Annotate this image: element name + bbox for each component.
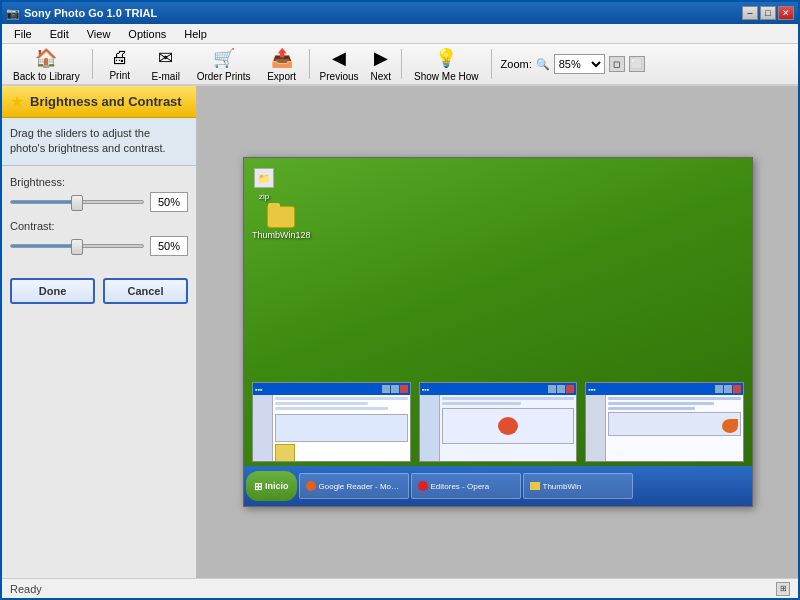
adjustment-panel: ★ Brightness and Contrast Drag the slide… [2, 86, 198, 578]
zoom-full-button[interactable]: ⬜ [629, 56, 645, 72]
previous-icon: ◀ [332, 47, 346, 69]
print-button[interactable]: 🖨 Print [98, 43, 142, 85]
email-button[interactable]: ✉ E-mail [144, 43, 188, 86]
print-icon: 🖨 [111, 47, 129, 68]
screenshot-desktop: 📁 zip ThumbWin128 ▪▪▪ [244, 158, 752, 506]
cancel-button[interactable]: Cancel [103, 278, 188, 304]
contrast-label: Contrast: [10, 220, 188, 232]
taskbar-folder-icon [530, 482, 540, 490]
panel-controls: Brightness: 50% Contrast: 50% [2, 166, 196, 266]
close-button[interactable]: ✕ [778, 6, 794, 20]
show-me-how-button[interactable]: 💡 Show Me How [407, 43, 485, 86]
toolbar-separator-4 [491, 49, 492, 79]
minimize-button[interactable]: – [742, 6, 758, 20]
toolbar: 🏠 Back to Library 🖨 Print ✉ E-mail 🛒 Ord… [2, 44, 798, 86]
menu-help[interactable]: Help [176, 26, 215, 42]
taskbar-item-3: ThumbWin [523, 473, 633, 499]
main-area: ★ Brightness and Contrast Drag the slide… [2, 86, 798, 578]
menu-view[interactable]: View [79, 26, 119, 42]
back-to-library-button[interactable]: 🏠 Back to Library [6, 43, 87, 86]
brightness-track[interactable] [10, 200, 144, 204]
next-button[interactable]: ▶ Next [366, 43, 397, 86]
thumbnails-row: ▪▪▪ [252, 382, 744, 462]
start-button: ⊞ Inicio [246, 471, 297, 501]
thumbnail-3: ▪▪▪ [585, 382, 744, 462]
thumbnail-1: ▪▪▪ [252, 382, 411, 462]
panel-star-icon: ★ [10, 92, 24, 111]
contrast-track[interactable] [10, 244, 144, 248]
next-icon: ▶ [374, 47, 388, 69]
taskbar-item-2: Editores - Opera [411, 473, 521, 499]
toolbar-separator [92, 49, 93, 79]
menubar: File Edit View Options Help [2, 24, 798, 44]
taskbar-dot-2 [418, 481, 428, 491]
toolbar-separator-3 [401, 49, 402, 79]
thumbnail-2: ▪▪▪ [419, 382, 578, 462]
brightness-value: 50% [150, 192, 188, 212]
export-button[interactable]: 📤 Export [260, 43, 304, 86]
menu-options[interactable]: Options [120, 26, 174, 42]
panel-header: ★ Brightness and Contrast [2, 86, 196, 118]
desktop-icon-thumbwin: ThumbWin128 [252, 206, 311, 240]
statusbar-text: Ready [10, 583, 42, 595]
desktop-icon-zip: 📁 zip [254, 168, 274, 201]
statusbar-right: ⊞ [776, 582, 790, 596]
zoom-fit-button[interactable]: ◻ [609, 56, 625, 72]
contrast-group: Contrast: 50% [10, 220, 188, 256]
titlebar: 📷 Sony Photo Go 1.0 TRIAL – □ ✕ [2, 2, 798, 24]
contrast-value: 50% [150, 236, 188, 256]
resize-grip[interactable]: ⊞ [776, 582, 790, 596]
photo-display: 📁 zip ThumbWin128 ▪▪▪ [243, 157, 753, 507]
done-button[interactable]: Done [10, 278, 95, 304]
menu-file[interactable]: File [6, 26, 40, 42]
panel-buttons: Done Cancel [2, 270, 196, 312]
contrast-slider-row: 50% [10, 236, 188, 256]
app-icon: 📷 [6, 7, 20, 20]
screenshot-taskbar: ⊞ Inicio Google Reader - Moal... Editore… [244, 466, 752, 506]
image-content-area: 📁 zip ThumbWin128 ▪▪▪ [198, 86, 798, 578]
zoom-select[interactable]: 85% 100% 75% 50% [554, 54, 605, 74]
panel-description: Drag the sliders to adjust the photo's b… [2, 118, 196, 166]
showme-icon: 💡 [435, 47, 457, 69]
order-prints-button[interactable]: 🛒 Order Prints [190, 43, 258, 86]
back-icon: 🏠 [35, 47, 57, 69]
titlebar-title: 📷 Sony Photo Go 1.0 TRIAL [6, 7, 157, 20]
toolbar-separator-2 [309, 49, 310, 79]
zoom-area: Zoom: 🔍 85% 100% 75% 50% ◻ ⬜ [501, 54, 645, 74]
export-icon: 📤 [271, 47, 293, 69]
brightness-group: Brightness: 50% [10, 176, 188, 212]
brightness-slider-row: 50% [10, 192, 188, 212]
panel-title: Brightness and Contrast [30, 94, 182, 109]
previous-button[interactable]: ◀ Previous [315, 43, 364, 86]
order-icon: 🛒 [213, 47, 235, 69]
taskbar-dot-1 [306, 481, 316, 491]
email-icon: ✉ [158, 47, 173, 69]
titlebar-controls: – □ ✕ [742, 6, 794, 20]
menu-edit[interactable]: Edit [42, 26, 77, 42]
zoom-icon: 🔍 [536, 58, 550, 71]
maximize-button[interactable]: □ [760, 6, 776, 20]
brightness-label: Brightness: [10, 176, 188, 188]
taskbar-item-1: Google Reader - Moal... [299, 473, 409, 499]
statusbar: Ready ⊞ [2, 578, 798, 598]
